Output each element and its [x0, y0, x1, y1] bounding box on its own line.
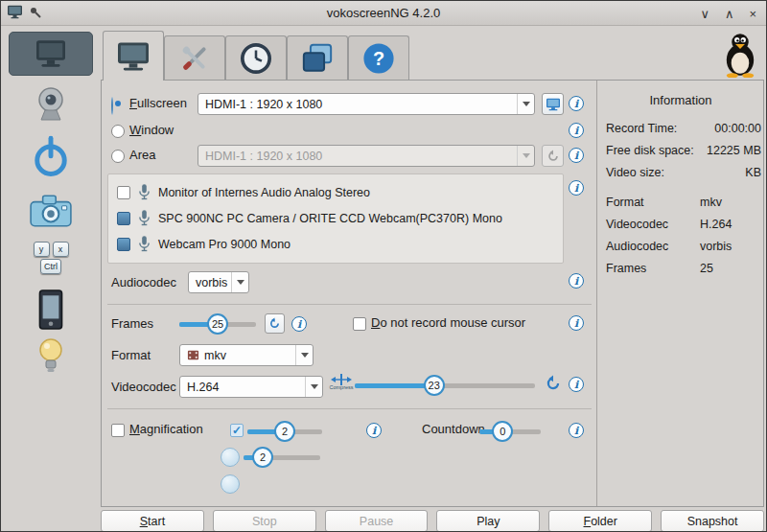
play-button[interactable]: Play — [436, 510, 540, 532]
unshade-button[interactable]: ∧ — [725, 7, 734, 21]
magnification-size-option[interactable] — [221, 474, 240, 494]
audiocodec-info-icon[interactable]: i — [569, 273, 584, 289]
microphone-icon — [138, 235, 151, 253]
tab-tools[interactable] — [164, 35, 225, 80]
fullscreen-info-icon[interactable]: i — [569, 96, 584, 111]
info-panel-title: Information — [596, 93, 765, 107]
videocodec-value: H.264 — [187, 381, 219, 394]
tab-windows[interactable] — [287, 35, 348, 80]
show-display-button[interactable] — [542, 93, 564, 115]
window-label: Window — [129, 123, 174, 137]
magnification-size-knob[interactable]: 2 — [252, 447, 273, 468]
fullscreen-label: Fullscreen — [129, 96, 187, 110]
info-row: Free disk space: 12225 MB — [606, 144, 761, 157]
titlebar[interactable]: vokoscreenNG 4.2.0 ∨ ∧ × — [1, 1, 766, 26]
screen-tab-panel: Fullscreen HDMI-1 : 1920 x 1080 i Window… — [101, 80, 764, 507]
screen-icon — [35, 39, 67, 68]
sidebar-item-start-record[interactable] — [9, 133, 93, 181]
countdown-knob[interactable]: 0 — [492, 421, 513, 442]
info-row: Frames 25 — [606, 262, 761, 275]
mouse-cursor-checkbox[interactable] — [353, 317, 366, 331]
frames-slider[interactable]: 25 — [179, 312, 256, 335]
snapshot-button[interactable]: Snapshot — [661, 510, 764, 532]
audiocodec-select[interactable]: vorbis — [188, 271, 249, 293]
videocodec-select[interactable]: H.264 — [179, 376, 323, 398]
svg-text:?: ? — [373, 48, 384, 69]
audio-device-label: Monitor of Internes Audio Analog Stereo — [158, 186, 370, 199]
mouse-cursor-info-icon[interactable]: i — [569, 315, 584, 331]
compress-label: Compress — [329, 385, 353, 390]
videocodec-info-icon[interactable]: i — [569, 377, 584, 392]
tab-help[interactable]: ? — [348, 35, 409, 80]
sidebar-item-player[interactable] — [9, 287, 93, 333]
countdown-info-icon[interactable]: i — [569, 423, 584, 438]
sidebar-item-shortcuts[interactable]: y x Ctrl — [9, 237, 93, 279]
shade-button[interactable]: ∨ — [700, 7, 709, 21]
lightbulb-icon — [36, 336, 65, 377]
fullscreen-display-select[interactable]: HDMI-1 : 1920 x 1080 — [198, 93, 535, 115]
info-row: Audiocodec vorbis — [606, 240, 761, 253]
format-select[interactable]: mkv — [179, 344, 314, 366]
free-disk-value: 12225 MB — [707, 144, 761, 157]
webcam-icon — [32, 85, 70, 124]
magnification-knob[interactable]: 2 — [274, 421, 295, 442]
sidebar-item-screen[interactable] — [9, 32, 93, 76]
videocodec-quality-knob[interactable]: 23 — [424, 375, 445, 396]
info-panel-divider — [596, 81, 597, 506]
sidebar-item-webcam[interactable] — [9, 83, 93, 126]
tab-screen[interactable] — [103, 31, 164, 81]
camera-icon — [29, 194, 73, 228]
magnification-size-slider[interactable]: 2 — [244, 446, 320, 469]
audio-device-checkbox[interactable] — [117, 212, 130, 225]
tab-timer[interactable] — [225, 35, 287, 80]
sidebar-item-camera[interactable] — [9, 189, 93, 233]
info-videocodec-label: Videocodec — [606, 218, 700, 231]
audio-device-row: SPC 900NC PC Camera / ORITE CCD Webcam(P… — [117, 209, 502, 227]
magnification-checkbox[interactable] — [111, 424, 125, 437]
record-time-value: 00:00:00 — [714, 122, 761, 135]
key-x: x — [53, 242, 69, 257]
magnification-label: Magnification — [129, 422, 203, 436]
audio-device-label: Webcam Pro 9000 Mono — [158, 238, 291, 251]
fullscreen-display-value: HDMI-1 : 1920 x 1080 — [205, 98, 322, 111]
area-info-icon[interactable]: i — [569, 148, 584, 163]
audio-device-checkbox[interactable] — [117, 186, 130, 199]
fullscreen-radio[interactable] — [111, 97, 113, 115]
vokoscreen-window: vokoscreenNG 4.2.0 ∨ ∧ × y x Ctrl — [0, 0, 767, 532]
close-button[interactable]: × — [749, 7, 756, 21]
info-frames-value: 25 — [700, 262, 713, 275]
start-button[interactable]: Start — [101, 510, 204, 532]
frames-slider-knob[interactable]: 25 — [207, 313, 228, 335]
window-info-icon[interactable]: i — [569, 123, 584, 138]
audio-device-checkbox[interactable] — [117, 238, 130, 251]
key-y: y — [34, 242, 50, 257]
windows-icon — [301, 42, 334, 75]
magnification-info-icon[interactable]: i — [366, 423, 382, 438]
record-time-label: Record Time: — [606, 122, 677, 135]
info-row: Record Time: 00:00:00 — [606, 122, 761, 135]
videocodec-reset-button[interactable] — [545, 375, 562, 396]
folder-button[interactable]: Folder — [548, 510, 652, 532]
frames-label: Frames — [111, 316, 153, 331]
dropdown-arrow — [295, 345, 313, 365]
frames-reset-button[interactable] — [265, 313, 285, 334]
videocodec-quality-slider[interactable]: 23 — [355, 374, 535, 397]
audio-device-label: SPC 900NC PC Camera / ORITE CCD Webcam(P… — [158, 212, 502, 225]
sidebar-item-tips[interactable] — [9, 335, 93, 379]
window-radio[interactable] — [111, 125, 125, 138]
format-label: Format — [111, 348, 151, 362]
audiocodec-value: vorbis — [196, 276, 227, 289]
magnification-size-checkbox[interactable]: ✓ — [230, 424, 244, 437]
magnification-size-option[interactable] — [221, 448, 240, 467]
magnification-slider[interactable]: 2 — [247, 420, 322, 443]
info-videocodec-value: H.264 — [700, 218, 732, 231]
area-radio[interactable] — [111, 150, 125, 163]
countdown-slider[interactable]: 0 — [479, 420, 541, 443]
info-audiocodec-label: Audiocodec — [606, 240, 700, 253]
mkv-file-icon — [187, 349, 199, 361]
area-display-value: HDMI-1 : 1920 x 1080 — [205, 150, 322, 163]
audio-info-icon[interactable]: i — [569, 180, 584, 196]
frames-info-icon[interactable]: i — [291, 316, 307, 332]
mouse-cursor-label: Do not record mouse cursor — [371, 315, 525, 330]
info-format-value: mkv — [700, 196, 722, 209]
